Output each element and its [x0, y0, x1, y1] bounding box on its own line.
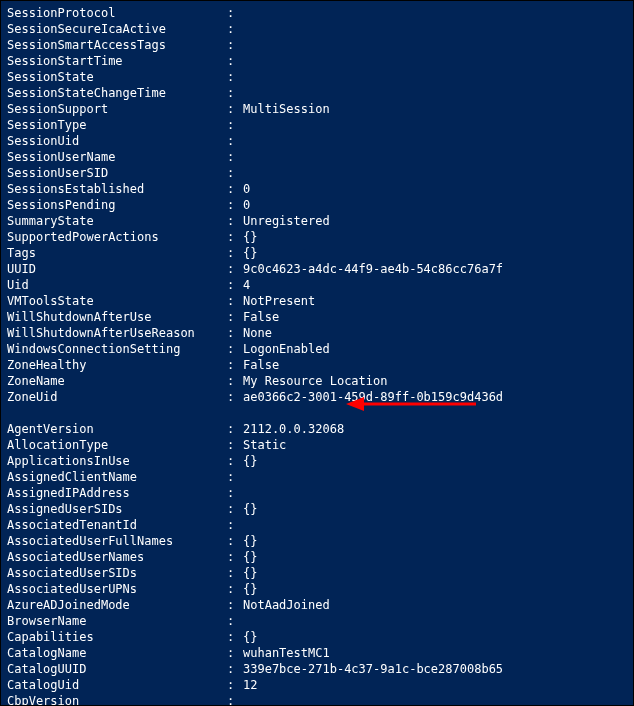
property-key: ZoneHealthy [7, 357, 227, 373]
property-value: NotPresent [243, 293, 627, 309]
property-row: ApplicationsInUse: {} [7, 453, 627, 469]
property-separator: : [227, 53, 243, 69]
property-separator: : [227, 389, 243, 405]
property-row: SessionStartTime: [7, 53, 627, 69]
property-key: SessionType [7, 117, 227, 133]
property-key: SessionUid [7, 133, 227, 149]
property-key: AssignedIPAddress [7, 485, 227, 501]
property-value [243, 165, 627, 181]
property-separator: : [227, 197, 243, 213]
property-value [243, 21, 627, 37]
property-row: SessionSecureIcaActive: [7, 21, 627, 37]
property-value [243, 693, 627, 706]
property-key: CbpVersion [7, 693, 227, 706]
property-value: 339e7bce-271b-4c37-9a1c-bce287008b65 [243, 661, 627, 677]
property-key: Tags [7, 245, 227, 261]
property-key: SessionStateChangeTime [7, 85, 227, 101]
property-row: AssignedClientName: [7, 469, 627, 485]
property-row: SupportedPowerActions: {} [7, 229, 627, 245]
property-row: SummaryState: Unregistered [7, 213, 627, 229]
property-key: ZoneName [7, 373, 227, 389]
property-key: CatalogName [7, 645, 227, 661]
property-row: AssociatedUserSIDs: {} [7, 565, 627, 581]
property-value: {} [243, 245, 627, 261]
property-row: CbpVersion: [7, 693, 627, 706]
property-value [243, 517, 627, 533]
property-row: CatalogUUID: 339e7bce-271b-4c37-9a1c-bce… [7, 661, 627, 677]
property-row: AssociatedUserFullNames: {} [7, 533, 627, 549]
property-value: {} [243, 549, 627, 565]
property-separator: : [227, 549, 243, 565]
property-row: AssignedIPAddress: [7, 485, 627, 501]
property-key: AssignedClientName [7, 469, 227, 485]
property-key: AssociatedUserUPNs [7, 581, 227, 597]
property-separator: : [227, 469, 243, 485]
property-value: False [243, 309, 627, 325]
property-key: Capabilities [7, 629, 227, 645]
property-row: SessionType: [7, 117, 627, 133]
property-separator: : [227, 629, 243, 645]
property-separator: : [227, 309, 243, 325]
property-value: 9c0c4623-a4dc-44f9-ae4b-54c86cc76a7f [243, 261, 627, 277]
property-key: SessionProtocol [7, 5, 227, 21]
property-row: AssociatedUserNames: {} [7, 549, 627, 565]
property-row: SessionsPending: 0 [7, 197, 627, 213]
property-separator: : [227, 341, 243, 357]
property-separator: : [227, 581, 243, 597]
property-key: AllocationType [7, 437, 227, 453]
property-key: Uid [7, 277, 227, 293]
property-separator: : [227, 501, 243, 517]
property-value [243, 469, 627, 485]
property-value: 12 [243, 677, 627, 693]
property-value: 0 [243, 181, 627, 197]
property-row: VMToolsState: NotPresent [7, 293, 627, 309]
property-row: AssignedUserSIDs: {} [7, 501, 627, 517]
property-row: BrowserName: [7, 613, 627, 629]
property-separator: : [227, 261, 243, 277]
property-value: LogonEnabled [243, 341, 627, 357]
property-row: WillShutdownAfterUse: False [7, 309, 627, 325]
property-separator: : [227, 453, 243, 469]
property-value [243, 149, 627, 165]
property-separator: : [227, 293, 243, 309]
property-row: AssociatedTenantId: [7, 517, 627, 533]
property-separator: : [227, 85, 243, 101]
property-row: UUID: 9c0c4623-a4dc-44f9-ae4b-54c86cc76a… [7, 261, 627, 277]
property-key: AzureADJoinedMode [7, 597, 227, 613]
property-row: SessionProtocol: [7, 5, 627, 21]
property-value: False [243, 357, 627, 373]
property-key: SessionUserName [7, 149, 227, 165]
property-value [243, 37, 627, 53]
property-separator: : [227, 613, 243, 629]
property-value: {} [243, 501, 627, 517]
property-key: SessionsEstablished [7, 181, 227, 197]
property-value: {} [243, 629, 627, 645]
property-value [243, 117, 627, 133]
property-row: SessionSmartAccessTags: [7, 37, 627, 53]
property-key: WillShutdownAfterUse [7, 309, 227, 325]
property-key: AssociatedUserSIDs [7, 565, 227, 581]
property-key: WillShutdownAfterUseReason [7, 325, 227, 341]
property-key: VMToolsState [7, 293, 227, 309]
property-key: SummaryState [7, 213, 227, 229]
property-separator: : [227, 645, 243, 661]
property-separator: : [227, 597, 243, 613]
property-value: NotAadJoined [243, 597, 627, 613]
property-key: CatalogUid [7, 677, 227, 693]
property-value [243, 485, 627, 501]
property-separator: : [227, 677, 243, 693]
property-separator: : [227, 693, 243, 706]
property-separator: : [227, 325, 243, 341]
property-key: UUID [7, 261, 227, 277]
property-value: 2112.0.0.32068 [243, 421, 627, 437]
property-key: AssociatedTenantId [7, 517, 227, 533]
property-value: {} [243, 453, 627, 469]
property-separator: : [227, 5, 243, 21]
property-key: SessionSupport [7, 101, 227, 117]
property-key: BrowserName [7, 613, 227, 629]
property-row: AzureADJoinedMode: NotAadJoined [7, 597, 627, 613]
property-value [243, 69, 627, 85]
property-row: ZoneHealthy: False [7, 357, 627, 373]
property-value: Unregistered [243, 213, 627, 229]
property-separator: : [227, 21, 243, 37]
